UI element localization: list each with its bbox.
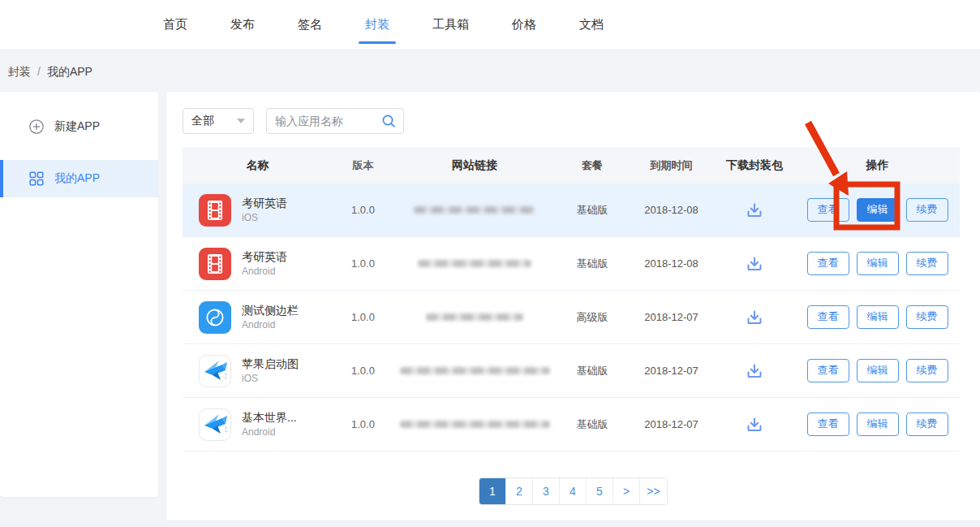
origami-bird-app-icon <box>199 355 231 387</box>
renew-button[interactable]: 续费 <box>906 359 948 382</box>
app-version: 1.0.0 <box>333 204 393 216</box>
website-link-masked <box>418 260 531 267</box>
nav-item-price[interactable]: 价格 <box>510 12 538 37</box>
download-package-button[interactable] <box>743 413 766 436</box>
nav-item-docs[interactable]: 文档 <box>578 12 605 37</box>
col-header-version: 版本 <box>333 158 393 173</box>
view-button[interactable]: 查看 <box>807 252 849 275</box>
category-selected-value: 全部 <box>191 114 214 128</box>
plus-circle-icon <box>28 119 45 135</box>
main-nav: 首页 发布 签名 封装 工具箱 价格 文档 <box>161 12 605 37</box>
page-button-4[interactable]: 4 <box>560 478 587 504</box>
edit-button[interactable]: 编辑 <box>857 198 899 222</box>
sidebar-item-label: 新建APP <box>54 119 100 134</box>
film-app-icon <box>199 194 231 227</box>
page-button-3[interactable]: 3 <box>533 478 560 504</box>
app-platform: iOS <box>242 372 299 385</box>
sidebar-item-label: 我的APP <box>54 171 100 186</box>
view-button[interactable]: 查看 <box>807 198 849 222</box>
edit-button[interactable]: 编辑 <box>857 359 899 382</box>
next-page-button[interactable]: > <box>613 478 640 504</box>
table-row: 考研英语 Android 1.0.0 基础版 2018-12-08 查看 编辑 … <box>183 237 960 291</box>
top-header: 首页 发布 签名 封装 工具箱 价格 文档 <box>0 0 980 50</box>
edit-button[interactable]: 编辑 <box>857 413 899 436</box>
app-plan: 基础版 <box>556 203 629 218</box>
s-logo-app-icon <box>199 301 231 334</box>
table-row: 考研英语 iOS 1.0.0 基础版 2018-12-08 查看 编辑 续费 <box>183 184 960 237</box>
website-link-masked <box>426 313 523 321</box>
search-input[interactable] <box>275 114 380 127</box>
app-expiry: 2018-12-08 <box>629 257 714 270</box>
view-button[interactable]: 查看 <box>807 359 849 382</box>
col-header-name: 名称 <box>183 158 333 173</box>
app-expiry: 2018-12-07 <box>629 365 714 377</box>
sidebar-item-new-app[interactable]: 新建APP <box>0 108 158 145</box>
app-name: 测试侧边栏 <box>242 303 299 318</box>
search-icon[interactable] <box>380 113 397 129</box>
film-app-icon <box>199 248 231 280</box>
table-row: 苹果启动图 iOS 1.0.0 基础版 2018-12-07 查看 编辑 续费 <box>183 344 960 398</box>
grid-icon <box>28 171 45 186</box>
col-header-link: 网站链接 <box>393 158 556 173</box>
nav-item-toolbox[interactable]: 工具箱 <box>431 12 471 37</box>
origami-bird-app-icon <box>199 408 231 441</box>
download-package-button[interactable] <box>743 253 766 275</box>
view-button[interactable]: 查看 <box>807 413 849 436</box>
sidebar: 新建APP 我的APP <box>0 92 158 497</box>
col-header-actions: 操作 <box>795 158 960 173</box>
page-button-2[interactable]: 2 <box>506 478 533 504</box>
download-package-button[interactable] <box>743 360 766 382</box>
search-box <box>266 108 404 134</box>
renew-button[interactable]: 续费 <box>906 252 948 275</box>
table-row: 测试侧边栏 Android 1.0.0 高级版 2018-12-07 查看 编辑… <box>183 291 960 344</box>
breadcrumb: 封装/我的APP <box>8 65 92 80</box>
breadcrumb-root[interactable]: 封装 <box>8 65 31 78</box>
renew-button[interactable]: 续费 <box>906 198 948 222</box>
app-version: 1.0.0 <box>333 257 393 270</box>
nav-item-home[interactable]: 首页 <box>161 12 189 37</box>
page-button-1[interactable]: 1 <box>479 478 506 504</box>
nav-item-sign[interactable]: 签名 <box>296 12 324 37</box>
app-platform: iOS <box>242 211 287 224</box>
app-plan: 基础版 <box>556 364 629 378</box>
download-package-button[interactable] <box>743 306 766 329</box>
category-select[interactable]: 全部 <box>183 108 254 134</box>
table-row: 基本世界... Android 1.0.0 基础版 2018-12-07 查看 … <box>183 398 960 451</box>
edit-button[interactable]: 编辑 <box>857 252 899 275</box>
nav-item-package[interactable]: 封装 <box>363 12 391 37</box>
main-panel: 全部 名称 版本 网站链接 套餐 到期时间 下载封装包 操作 <box>166 92 980 521</box>
app-platform: Android <box>242 425 297 438</box>
app-platform: Android <box>242 318 299 331</box>
sidebar-item-my-apps[interactable]: 我的APP <box>0 160 158 197</box>
table-header: 名称 版本 网站链接 套餐 到期时间 下载封装包 操作 <box>183 147 960 184</box>
filter-bar: 全部 <box>183 108 964 134</box>
app-expiry: 2018-12-07 <box>629 418 714 430</box>
col-header-plan: 套餐 <box>556 158 629 173</box>
app-expiry: 2018-12-08 <box>629 204 714 216</box>
nav-item-publish[interactable]: 发布 <box>229 12 256 37</box>
chevron-down-icon <box>237 119 245 123</box>
app-plan: 基础版 <box>556 257 629 271</box>
edit-button[interactable]: 编辑 <box>857 305 899 329</box>
download-package-button[interactable] <box>743 199 766 222</box>
pagination: 1 2 3 4 5 > >> <box>183 477 964 505</box>
website-link-masked <box>414 206 535 214</box>
app-name: 考研英语 <box>242 196 287 211</box>
app-platform: Android <box>242 265 287 278</box>
app-version: 1.0.0 <box>333 311 393 323</box>
app-name: 苹果启动图 <box>242 356 299 372</box>
app-version: 1.0.0 <box>333 365 393 377</box>
website-link-masked <box>400 421 550 428</box>
renew-button[interactable]: 续费 <box>906 305 948 329</box>
website-link-masked <box>400 367 550 374</box>
page-button-5[interactable]: 5 <box>587 478 613 504</box>
app-expiry: 2018-12-07 <box>629 311 714 323</box>
view-button[interactable]: 查看 <box>807 305 849 329</box>
last-page-button[interactable]: >> <box>640 478 667 504</box>
renew-button[interactable]: 续费 <box>906 413 948 436</box>
app-plan: 基础版 <box>556 417 629 432</box>
col-header-download: 下载封装包 <box>714 158 795 173</box>
app-name: 基本世界... <box>242 410 297 425</box>
breadcrumb-separator: / <box>37 65 41 78</box>
col-header-expiry: 到期时间 <box>629 158 714 173</box>
